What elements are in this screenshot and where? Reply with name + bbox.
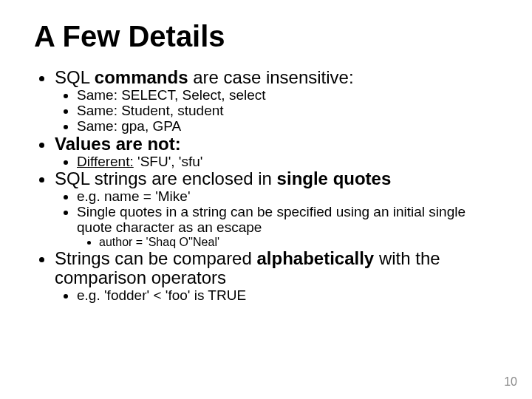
sub-item: e.g. 'fodder' < 'foo' is TRUE [77, 287, 498, 303]
bullet-2: Values are not: Different: 'SFU', 'sfu' [55, 134, 498, 169]
bullet-list: SQL commands are case insensitive: Same:… [34, 68, 498, 303]
sub-item: Same: SELECT, Select, select [77, 87, 498, 103]
bullet-3: SQL strings are enclosed in single quote… [55, 169, 498, 249]
text-underline: Different: [77, 154, 134, 169]
bullet-1: SQL commands are case insensitive: Same:… [55, 68, 498, 134]
text-bold: Values are not: [55, 134, 181, 154]
text: Single quotes in a string can be specifi… [77, 204, 466, 235]
sub-list: Different: 'SFU', 'sfu' [55, 154, 498, 169]
sub-item: Same: Student, student [77, 103, 498, 118]
sub-item: e.g. name = 'Mike' [77, 188, 498, 204]
page-number: 10 [504, 375, 517, 389]
sub-list: e.g. 'fodder' < 'foo' is TRUE [55, 287, 498, 303]
sub-sub-list: author = 'Shaq O''Neal' [77, 236, 498, 249]
slide-title: A Few Details [34, 21, 498, 52]
sub-item: Different: 'SFU', 'sfu' [77, 154, 498, 169]
bullet-4: Strings can be compared alphabetically w… [55, 249, 498, 303]
slide: A Few Details SQL commands are case inse… [0, 0, 532, 399]
sub-list: Same: SELECT, Select, select Same: Stude… [55, 87, 498, 134]
text-bold: single quotes [277, 168, 392, 188]
text: Strings can be compared [55, 248, 256, 268]
text: SQL [55, 67, 95, 87]
text-bold: commands [95, 67, 188, 87]
sub-item: Same: gpa, GPA [77, 118, 498, 134]
sub-sub-item: author = 'Shaq O''Neal' [99, 236, 498, 249]
text: SQL strings are enclosed in [55, 168, 277, 188]
text: are case insensitive: [188, 67, 354, 87]
text-bold: alphabetically [256, 248, 374, 268]
sub-list: e.g. name = 'Mike' Single quotes in a st… [55, 188, 498, 249]
sub-item: Single quotes in a string can be specifi… [77, 204, 498, 249]
text: 'SFU', 'sfu' [134, 154, 203, 169]
